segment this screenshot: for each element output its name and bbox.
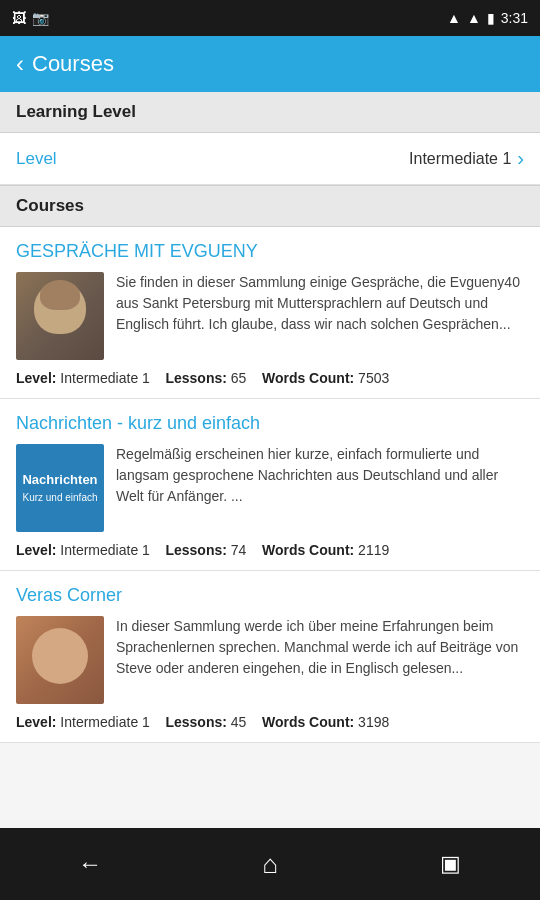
course-meta: Level: Intermediate 1 Lessons: 65 Words … bbox=[16, 370, 524, 386]
course-title[interactable]: GESPRÄCHE MIT EVGUENY bbox=[16, 241, 524, 262]
course-description: Sie finden in dieser Sammlung einige Ges… bbox=[116, 272, 524, 360]
back-chevron-icon[interactable]: ‹ bbox=[16, 50, 24, 78]
status-bar: 🖼 📷 ▲ ▲ ▮ 3:31 bbox=[0, 0, 540, 36]
course-level: Intermediate 1 bbox=[60, 370, 150, 386]
level-value-container: Intermediate 1 › bbox=[409, 147, 524, 170]
course-title[interactable]: Veras Corner bbox=[16, 585, 524, 606]
course-level: Intermediate 1 bbox=[60, 714, 150, 730]
recent-button[interactable]: ▣ bbox=[420, 844, 480, 884]
level-meta-label: Level: bbox=[16, 542, 56, 558]
signal-icon: ▲ bbox=[467, 10, 481, 26]
thumb-main-text: Nachrichten bbox=[22, 472, 97, 489]
back-button[interactable]: ← bbox=[60, 844, 120, 884]
home-button[interactable]: ⌂ bbox=[240, 844, 300, 884]
evgueny-thumbnail-img bbox=[16, 272, 104, 360]
thumb-sub-text: Kurz und einfach bbox=[22, 491, 97, 504]
level-row[interactable]: Level Intermediate 1 › bbox=[0, 133, 540, 185]
course-meta: Level: Intermediate 1 Lessons: 45 Words … bbox=[16, 714, 524, 730]
course-item: Veras Corner In dieser Sammlung werde ic… bbox=[0, 571, 540, 743]
course-lessons: 65 bbox=[231, 370, 247, 386]
course-level: Intermediate 1 bbox=[60, 542, 150, 558]
chevron-right-icon: › bbox=[517, 147, 524, 170]
photo-icon: 🖼 bbox=[12, 10, 26, 26]
battery-icon: ▮ bbox=[487, 10, 495, 26]
page-title: Courses bbox=[32, 51, 114, 77]
lessons-meta-label: Lessons: bbox=[165, 370, 226, 386]
course-thumbnail bbox=[16, 272, 104, 360]
veras-thumbnail-img bbox=[16, 616, 104, 704]
learning-level-header: Learning Level bbox=[0, 92, 540, 133]
level-meta-label: Level: bbox=[16, 370, 56, 386]
course-description: Regelmäßig erscheinen hier kurze, einfac… bbox=[116, 444, 524, 532]
course-words: 7503 bbox=[358, 370, 389, 386]
course-words: 3198 bbox=[358, 714, 389, 730]
back-nav-icon: ← bbox=[78, 850, 102, 878]
words-meta-label: Words Count: bbox=[262, 370, 354, 386]
status-right-icons: ▲ ▲ ▮ 3:31 bbox=[447, 10, 528, 26]
course-description: In dieser Sammlung werde ich über meine … bbox=[116, 616, 524, 704]
home-nav-icon: ⌂ bbox=[262, 849, 278, 880]
level-label: Level bbox=[16, 149, 57, 169]
lessons-meta-label: Lessons: bbox=[165, 714, 226, 730]
words-meta-label: Words Count: bbox=[262, 714, 354, 730]
courses-section-header: Courses bbox=[0, 185, 540, 227]
nachrichten-thumbnail-img: Nachrichten Kurz und einfach bbox=[16, 444, 104, 532]
course-lessons: 74 bbox=[231, 542, 247, 558]
level-value: Intermediate 1 bbox=[409, 150, 511, 168]
course-content: In dieser Sammlung werde ich über meine … bbox=[16, 616, 524, 704]
recent-nav-icon: ▣ bbox=[440, 851, 461, 877]
bottom-nav: ← ⌂ ▣ bbox=[0, 828, 540, 900]
time: 3:31 bbox=[501, 10, 528, 26]
words-meta-label: Words Count: bbox=[262, 542, 354, 558]
level-meta-label: Level: bbox=[16, 714, 56, 730]
course-item: GESPRÄCHE MIT EVGUENY Sie finden in dies… bbox=[0, 227, 540, 399]
lessons-meta-label: Lessons: bbox=[165, 542, 226, 558]
wifi-icon: ▲ bbox=[447, 10, 461, 26]
course-thumbnail bbox=[16, 616, 104, 704]
top-nav: ‹ Courses bbox=[0, 36, 540, 92]
course-content: Nachrichten Kurz und einfach Regelmäßig … bbox=[16, 444, 524, 532]
course-content: Sie finden in dieser Sammlung einige Ges… bbox=[16, 272, 524, 360]
camera-icon: 📷 bbox=[32, 10, 49, 26]
course-meta: Level: Intermediate 1 Lessons: 74 Words … bbox=[16, 542, 524, 558]
course-lessons: 45 bbox=[231, 714, 247, 730]
course-words: 2119 bbox=[358, 542, 389, 558]
status-left-icons: 🖼 📷 bbox=[12, 10, 49, 26]
course-thumbnail: Nachrichten Kurz und einfach bbox=[16, 444, 104, 532]
course-title[interactable]: Nachrichten - kurz und einfach bbox=[16, 413, 524, 434]
course-item: Nachrichten - kurz und einfach Nachricht… bbox=[0, 399, 540, 571]
